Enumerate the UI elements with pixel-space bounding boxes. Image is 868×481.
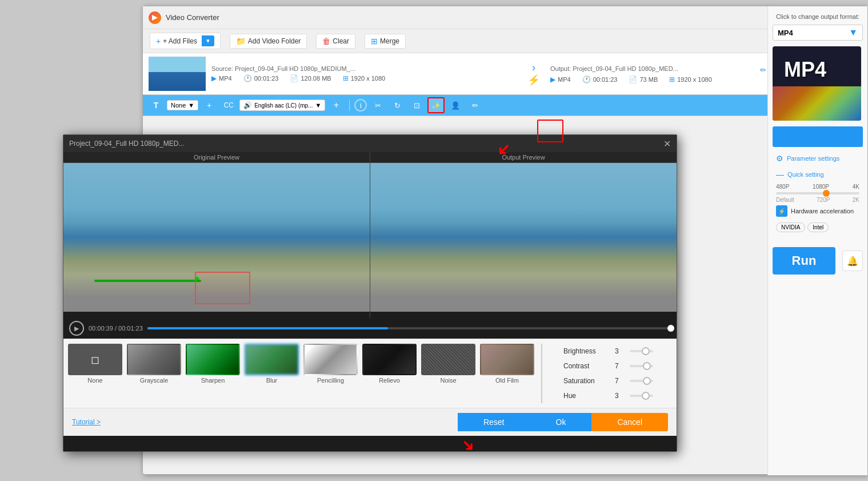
action-buttons: Reset Ok Cancel (458, 413, 668, 431)
time-display: 00:00:39 / 00:01:23 (89, 325, 143, 332)
run-label: Run (792, 253, 817, 268)
effect-oldfilm[interactable]: Old Film (480, 344, 534, 403)
ok-button[interactable]: Ok (530, 413, 592, 431)
effects-strip: ◻ None Grayscale Sharpen Blur Pencilling… (63, 339, 677, 408)
format-out-label: MP4 (558, 76, 571, 83)
run-button[interactable]: Run (773, 247, 835, 275)
right-panel: Click to change output format: MP4 ▼ MP4… (767, 6, 867, 475)
text-tool-icon[interactable]: T (147, 97, 165, 113)
reset-button[interactable]: Reset (458, 413, 530, 431)
hw-accel-icon: ⚡ (776, 205, 787, 217)
effect-relievo-label: Relievo (379, 377, 400, 384)
duration-out-label: 00:01:23 (593, 76, 618, 83)
tutorial-link[interactable]: Tutorial > (72, 418, 101, 426)
effect-none[interactable]: ◻ None (68, 344, 122, 403)
saturation-slider[interactable] (630, 380, 653, 382)
hue-slider[interactable] (630, 395, 653, 397)
contrast-slider[interactable] (630, 365, 653, 367)
progress-bar[interactable] (147, 327, 671, 329)
crop-icon[interactable]: ⊡ (408, 97, 425, 113)
folder-icon: 📁 (236, 37, 246, 46)
effects-icon[interactable]: ✨ (427, 97, 445, 113)
effect-pencilling[interactable]: Pencilling (303, 344, 358, 403)
effect-blur-label: Blur (266, 377, 278, 384)
add-audio-button[interactable]: + (327, 97, 345, 113)
format-selector[interactable]: MP4 ▼ (773, 25, 863, 41)
adjustment-sliders: Brightness 3 Contrast 7 Saturation 7 (549, 344, 672, 403)
merge-button[interactable]: ⊞ Merge (365, 34, 406, 49)
original-preview-video: ▶ (63, 163, 370, 312)
run-row: Run 🔔 (773, 238, 863, 275)
main-toolbar: + + Add Files ▼ 📁 Add Video Folder 🗑 Cle… (143, 29, 867, 53)
nvidia-label: NVIDIA (781, 224, 800, 230)
contrast-label: Contrast (563, 362, 615, 370)
file-list-area: Source: Project_09-04_Full HD 1080p_MEDI… (143, 53, 867, 116)
blue-bar (773, 126, 863, 147)
subtitle-edit-icon[interactable]: ✏ (466, 97, 483, 113)
contrast-thumb[interactable] (643, 362, 651, 370)
effect-none-thumb: ◻ (68, 344, 122, 375)
hue-thumb[interactable] (642, 392, 650, 400)
quality-slider[interactable] (776, 192, 859, 194)
effect-sharpen-thumb (186, 344, 240, 375)
effect-noise-thumb (421, 344, 475, 375)
output-preview-label: Output Preview (370, 152, 677, 163)
add-video-folder-button[interactable]: 📁 Add Video Folder (230, 34, 307, 49)
file-source-info: Source: Project_09-04_Full HD 1080p_MEDI… (206, 65, 523, 82)
effect-oldfilm-label: Old Film (495, 377, 519, 384)
thunder-icon: ⚡ (527, 74, 540, 86)
brightness-thumb[interactable] (642, 347, 650, 355)
contrast-row: Contrast 7 (555, 359, 666, 373)
rotate-icon[interactable]: ↻ (389, 97, 406, 113)
svg-marker-0 (152, 15, 158, 21)
original-preview-pane: Original Preview ▶ (63, 152, 370, 318)
clear-button[interactable]: 🗑 Clear (316, 34, 355, 49)
format-dropdown-icon[interactable]: ▼ (849, 27, 858, 38)
out-file-icon: 📄 (629, 75, 637, 84)
saturation-thumb[interactable] (643, 377, 651, 385)
param-settings-icon: ⚙ (776, 154, 783, 163)
add-video-folder-label: Add Video Folder (248, 37, 301, 45)
effect-sharpen[interactable]: Sharpen (186, 344, 240, 403)
quick-setting-icon: — (776, 170, 784, 179)
output-edit-button[interactable]: ✏ (760, 66, 766, 74)
progress-thumb[interactable] (667, 325, 674, 332)
brightness-slider[interactable] (630, 350, 653, 352)
quality-slider-thumb[interactable] (823, 190, 830, 197)
cancel-button[interactable]: Cancel (591, 413, 668, 431)
effect-relievo[interactable]: Relievo (362, 344, 417, 403)
param-settings-label: Parameter settings (787, 155, 839, 162)
audio-select[interactable]: 🔊 English aac (LC) (mp... ▼ (239, 100, 325, 111)
cut-icon[interactable]: ✂ (369, 97, 386, 113)
audio-dropdown-icon: ▼ (315, 102, 321, 109)
effect-blur-thumb (245, 344, 299, 375)
add-files-label: + Add Files (163, 37, 197, 45)
add-text-button[interactable]: + (201, 97, 218, 113)
effects-bottom-bar: Tutorial > Reset Ok Cancel (63, 408, 677, 436)
effect-grayscale[interactable]: Grayscale (127, 344, 181, 403)
play-button[interactable]: ▶ (69, 321, 84, 336)
quality-4k: 4K (853, 184, 859, 190)
intel-chip[interactable]: Intel (807, 222, 829, 232)
audio-label: English aac (LC) (mp... (254, 102, 313, 109)
alarm-button[interactable]: 🔔 (842, 251, 863, 271)
effect-none-label: None (87, 377, 102, 384)
effects-close-button[interactable]: ✕ (663, 138, 671, 149)
resolution-in-label: 1920 x 1080 (351, 75, 386, 82)
nvidia-chip[interactable]: NVIDIA (776, 222, 805, 232)
current-time: 00:00:39 (89, 325, 113, 332)
param-settings-button[interactable]: ⚙ Parameter settings (773, 152, 863, 165)
none-select[interactable]: None ▼ (167, 100, 198, 110)
add-files-dropdown-arrow[interactable]: ▼ (202, 35, 214, 46)
format-icon: ▶ (211, 74, 217, 82)
subtitle-icon[interactable]: CC (220, 97, 237, 113)
watermark-icon[interactable]: 👤 (447, 97, 464, 113)
output-preview-video (370, 163, 677, 312)
effect-blur[interactable]: Blur (245, 344, 299, 403)
effect-noise[interactable]: Noise (421, 344, 475, 403)
effect-grayscale-thumb (127, 344, 181, 375)
info-icon[interactable]: i (354, 99, 367, 112)
add-files-button[interactable]: + + Add Files ▼ (150, 33, 221, 49)
format-in-label: MP4 (219, 75, 232, 82)
quality-labels: 480P 1080P 4K (773, 184, 863, 190)
